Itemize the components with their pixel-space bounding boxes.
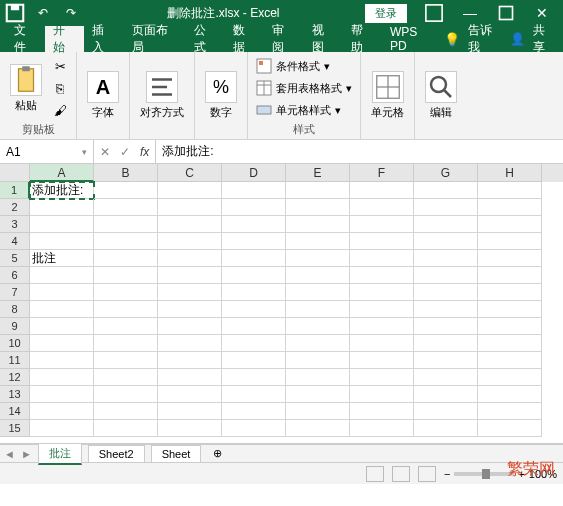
tab-layout[interactable]: 页面布局 xyxy=(124,26,186,52)
cell[interactable] xyxy=(414,284,478,301)
select-all-corner[interactable] xyxy=(0,164,30,182)
cell[interactable] xyxy=(478,233,542,250)
paste-button[interactable]: 粘贴 xyxy=(6,62,46,115)
tab-help[interactable]: 帮助 xyxy=(343,26,382,52)
column-header[interactable]: E xyxy=(286,164,350,182)
cell[interactable] xyxy=(158,318,222,335)
save-icon[interactable] xyxy=(4,2,26,24)
page-break-view-icon[interactable] xyxy=(418,466,436,482)
tab-view[interactable]: 视图 xyxy=(304,26,343,52)
cell[interactable] xyxy=(158,335,222,352)
cell[interactable] xyxy=(414,182,478,199)
cell[interactable] xyxy=(286,216,350,233)
cell[interactable] xyxy=(222,233,286,250)
tab-formulas[interactable]: 公式 xyxy=(186,26,225,52)
cell[interactable] xyxy=(30,386,94,403)
cell[interactable] xyxy=(30,420,94,437)
cell[interactable] xyxy=(350,352,414,369)
cell[interactable] xyxy=(158,403,222,420)
cell[interactable] xyxy=(158,386,222,403)
cell[interactable] xyxy=(350,182,414,199)
row-header[interactable]: 5 xyxy=(0,250,30,267)
cell[interactable] xyxy=(222,267,286,284)
cell[interactable] xyxy=(350,233,414,250)
alignment-button[interactable]: 对齐方式 xyxy=(136,69,188,122)
font-button[interactable]: A 字体 xyxy=(83,69,123,122)
cell[interactable] xyxy=(350,216,414,233)
cell[interactable] xyxy=(222,386,286,403)
cell[interactable] xyxy=(286,403,350,420)
cell[interactable] xyxy=(478,284,542,301)
cell[interactable] xyxy=(94,335,158,352)
cell[interactable] xyxy=(30,301,94,318)
sheet-tab-3[interactable]: Sheet xyxy=(151,445,202,463)
cell[interactable] xyxy=(94,318,158,335)
tab-review[interactable]: 审阅 xyxy=(264,26,303,52)
cell[interactable] xyxy=(30,216,94,233)
undo-icon[interactable]: ↶ xyxy=(32,2,54,24)
cell[interactable] xyxy=(350,386,414,403)
cell[interactable] xyxy=(478,386,542,403)
cell[interactable] xyxy=(350,199,414,216)
row-header[interactable]: 12 xyxy=(0,369,30,386)
tab-nav-prev-icon[interactable]: ◄ xyxy=(4,448,15,460)
cell[interactable] xyxy=(222,318,286,335)
fx-icon[interactable]: fx xyxy=(140,145,149,159)
cut-icon[interactable]: ✂ xyxy=(50,56,70,76)
row-header[interactable]: 7 xyxy=(0,284,30,301)
column-header[interactable]: G xyxy=(414,164,478,182)
cell[interactable] xyxy=(94,199,158,216)
cell[interactable] xyxy=(478,199,542,216)
cell[interactable] xyxy=(222,403,286,420)
page-layout-view-icon[interactable] xyxy=(392,466,410,482)
cell[interactable] xyxy=(414,420,478,437)
cell[interactable] xyxy=(30,267,94,284)
cell[interactable] xyxy=(158,233,222,250)
cell[interactable] xyxy=(414,352,478,369)
cell[interactable] xyxy=(350,284,414,301)
cell[interactable] xyxy=(94,216,158,233)
cell[interactable] xyxy=(158,369,222,386)
column-header[interactable]: H xyxy=(478,164,542,182)
zoom-in-icon[interactable]: + xyxy=(518,468,524,480)
cell[interactable]: 批注 xyxy=(30,250,94,267)
cell[interactable] xyxy=(478,420,542,437)
tab-nav-next-icon[interactable]: ► xyxy=(21,448,32,460)
cell[interactable] xyxy=(478,267,542,284)
cell[interactable] xyxy=(478,369,542,386)
copy-icon[interactable]: ⎘ xyxy=(50,78,70,98)
cell[interactable] xyxy=(94,352,158,369)
zoom-out-icon[interactable]: − xyxy=(444,468,450,480)
cell[interactable] xyxy=(94,233,158,250)
cell[interactable] xyxy=(158,352,222,369)
row-header[interactable]: 9 xyxy=(0,318,30,335)
row-header[interactable]: 11 xyxy=(0,352,30,369)
new-sheet-icon[interactable]: ⊕ xyxy=(207,447,228,460)
cell[interactable] xyxy=(158,216,222,233)
row-header[interactable]: 6 xyxy=(0,267,30,284)
cell[interactable] xyxy=(94,182,158,199)
zoom-slider[interactable] xyxy=(454,472,514,476)
row-header[interactable]: 8 xyxy=(0,301,30,318)
tab-home[interactable]: 开始 xyxy=(45,26,84,52)
cell[interactable] xyxy=(158,284,222,301)
cell[interactable] xyxy=(222,284,286,301)
cell[interactable] xyxy=(286,233,350,250)
zoom-level[interactable]: 100% xyxy=(529,468,557,480)
cell[interactable] xyxy=(30,352,94,369)
cell[interactable] xyxy=(478,216,542,233)
format-painter-icon[interactable]: 🖌 xyxy=(50,100,70,120)
cell[interactable] xyxy=(94,420,158,437)
cell[interactable] xyxy=(222,199,286,216)
cell[interactable] xyxy=(222,250,286,267)
cell[interactable] xyxy=(286,369,350,386)
cell[interactable] xyxy=(222,301,286,318)
cell[interactable] xyxy=(222,182,286,199)
column-header[interactable]: D xyxy=(222,164,286,182)
name-box[interactable]: A1 xyxy=(0,140,94,163)
tell-me-label[interactable]: 告诉我 xyxy=(468,22,502,56)
cell[interactable] xyxy=(94,284,158,301)
cell[interactable] xyxy=(94,267,158,284)
row-header[interactable]: 2 xyxy=(0,199,30,216)
tab-insert[interactable]: 插入 xyxy=(84,26,123,52)
